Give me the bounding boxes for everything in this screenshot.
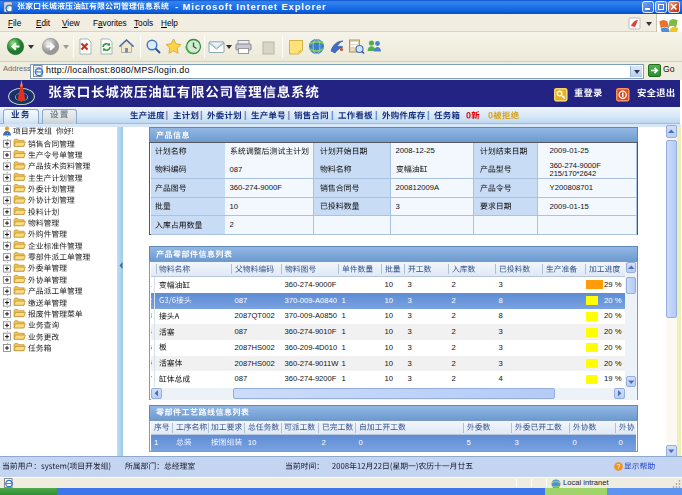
svg-text:?: ? <box>616 463 620 470</box>
